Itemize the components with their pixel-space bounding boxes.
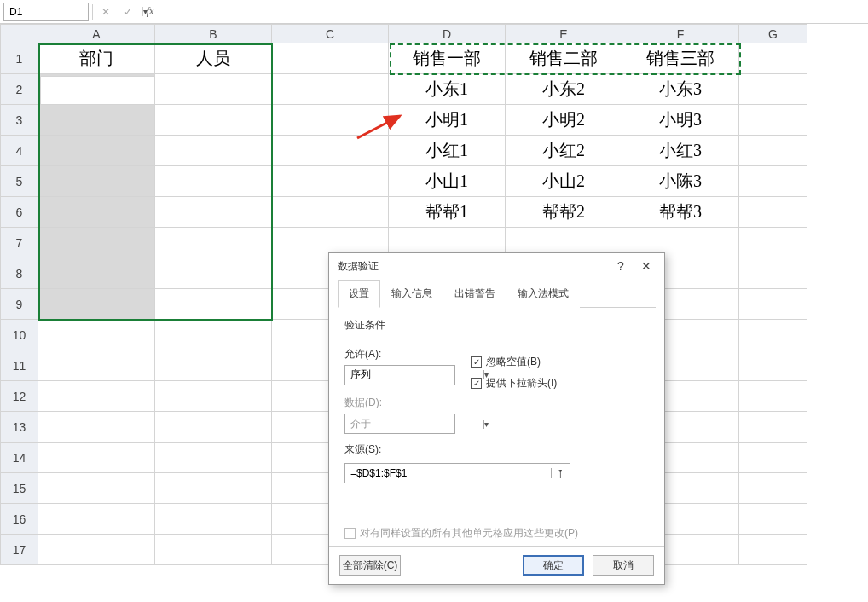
cell-A10[interactable] — [38, 320, 155, 350]
cell-A15[interactable] — [38, 473, 155, 504]
cell-G11[interactable] — [739, 350, 807, 381]
cell-B8[interactable] — [155, 258, 272, 289]
ok-button[interactable]: 确定 — [523, 555, 584, 576]
row-header-1[interactable]: 1 — [1, 43, 38, 74]
cell-A4[interactable] — [38, 136, 155, 166]
cell-B17[interactable] — [155, 535, 272, 565]
allow-value[interactable] — [345, 369, 483, 381]
cell-E1[interactable]: 销售二部 — [506, 43, 622, 74]
col-header-E[interactable]: E — [506, 25, 622, 43]
cell-A12[interactable] — [38, 381, 155, 412]
cell-A9[interactable] — [38, 289, 155, 320]
cell-B1[interactable]: 人员 — [155, 43, 272, 74]
cell-G17[interactable] — [739, 535, 807, 565]
col-header-G[interactable]: G — [739, 25, 807, 43]
dialog-help-icon[interactable]: ? — [608, 259, 634, 273]
cell-G16[interactable] — [739, 504, 807, 535]
cell-G8[interactable] — [739, 258, 807, 289]
cell-F3[interactable]: 小明3 — [622, 105, 739, 136]
cancel-button[interactable]: 取消 — [593, 555, 654, 576]
cell-A11[interactable] — [38, 350, 155, 381]
cell-A2[interactable] — [38, 74, 155, 105]
cell-B16[interactable] — [155, 504, 272, 535]
cell-C1[interactable] — [272, 43, 389, 74]
cell-G3[interactable] — [739, 105, 807, 136]
select-all-corner[interactable] — [1, 25, 38, 43]
cell-A17[interactable] — [38, 535, 155, 565]
cell-D3[interactable]: 小明1 — [389, 105, 506, 136]
allow-select[interactable]: ▾ — [344, 365, 455, 385]
cell-B6[interactable] — [155, 197, 272, 228]
cell-A14[interactable] — [38, 443, 155, 473]
cell-A7[interactable] — [38, 228, 155, 258]
cell-G13[interactable] — [739, 412, 807, 443]
cell-B10[interactable] — [155, 320, 272, 350]
source-input[interactable] — [345, 467, 551, 479]
cell-D1[interactable]: 销售一部 — [389, 43, 506, 74]
cell-E4[interactable]: 小红2 — [506, 136, 622, 166]
row-header-5[interactable]: 5 — [1, 166, 38, 197]
cell-B5[interactable] — [155, 166, 272, 197]
cell-G15[interactable] — [739, 473, 807, 504]
cell-B9[interactable] — [155, 289, 272, 320]
tab-ime-mode[interactable]: 输入法模式 — [506, 280, 580, 308]
cell-A1[interactable]: 部门 — [38, 43, 155, 74]
cell-G12[interactable] — [739, 381, 807, 412]
cell-G1[interactable] — [739, 43, 807, 74]
row-header-16[interactable]: 16 — [1, 504, 38, 535]
fx-icon[interactable]: fx — [141, 3, 159, 21]
cell-D4[interactable]: 小红1 — [389, 136, 506, 166]
row-header-9[interactable]: 9 — [1, 289, 38, 320]
cell-G6[interactable] — [739, 197, 807, 228]
cell-C6[interactable] — [272, 197, 389, 228]
tab-input-message[interactable]: 输入信息 — [380, 280, 443, 308]
row-header-7[interactable]: 7 — [1, 228, 38, 258]
cell-B14[interactable] — [155, 443, 272, 473]
cell-B7[interactable] — [155, 228, 272, 258]
cell-F4[interactable]: 小红3 — [622, 136, 739, 166]
cell-A3[interactable] — [38, 105, 155, 136]
cell-F6[interactable]: 帮帮3 — [622, 197, 739, 228]
row-header-10[interactable]: 10 — [1, 320, 38, 350]
cell-E6[interactable]: 帮帮2 — [506, 197, 622, 228]
cell-C5[interactable] — [272, 166, 389, 197]
cell-F2[interactable]: 小东3 — [622, 74, 739, 105]
dialog-close-icon[interactable]: ✕ — [634, 259, 659, 273]
cell-G14[interactable] — [739, 443, 807, 473]
col-header-C[interactable]: C — [272, 25, 389, 43]
cell-F5[interactable]: 小陈3 — [622, 166, 739, 197]
cell-E3[interactable]: 小明2 — [506, 105, 622, 136]
cell-G4[interactable] — [739, 136, 807, 166]
cell-B2[interactable] — [155, 74, 272, 105]
cell-A16[interactable] — [38, 504, 155, 535]
clear-all-button[interactable]: 全部清除(C) — [339, 555, 401, 576]
row-header-11[interactable]: 11 — [1, 350, 38, 381]
accept-formula-icon[interactable]: ✓ — [119, 3, 137, 21]
cell-G5[interactable] — [739, 166, 807, 197]
cell-C3[interactable] — [272, 105, 389, 136]
range-picker-icon[interactable]: ⭱ — [551, 468, 570, 478]
row-header-8[interactable]: 8 — [1, 258, 38, 289]
cell-B12[interactable] — [155, 381, 272, 412]
col-header-F[interactable]: F — [622, 25, 739, 43]
name-box[interactable]: ▾ — [3, 3, 89, 21]
cell-A6[interactable] — [38, 197, 155, 228]
row-header-17[interactable]: 17 — [1, 535, 38, 565]
in-cell-dropdown-checkbox[interactable]: ✓ 提供下拉箭头(I) — [471, 376, 557, 391]
col-header-D[interactable]: D — [389, 25, 506, 43]
cell-D2[interactable]: 小东1 — [389, 74, 506, 105]
tab-settings[interactable]: 设置 — [338, 280, 380, 308]
cell-B4[interactable] — [155, 136, 272, 166]
dialog-titlebar[interactable]: 数据验证 ? ✕ — [329, 253, 664, 279]
cell-D6[interactable]: 帮帮1 — [389, 197, 506, 228]
cell-C2[interactable] — [272, 74, 389, 105]
cell-G9[interactable] — [739, 289, 807, 320]
col-header-B[interactable]: B — [155, 25, 272, 43]
cell-A5[interactable] — [38, 166, 155, 197]
source-input-wrap[interactable]: ⭱ — [344, 463, 570, 483]
row-header-3[interactable]: 3 — [1, 105, 38, 136]
row-header-6[interactable]: 6 — [1, 197, 38, 228]
row-header-4[interactable]: 4 — [1, 136, 38, 166]
row-header-12[interactable]: 12 — [1, 381, 38, 412]
cell-B3[interactable] — [155, 105, 272, 136]
